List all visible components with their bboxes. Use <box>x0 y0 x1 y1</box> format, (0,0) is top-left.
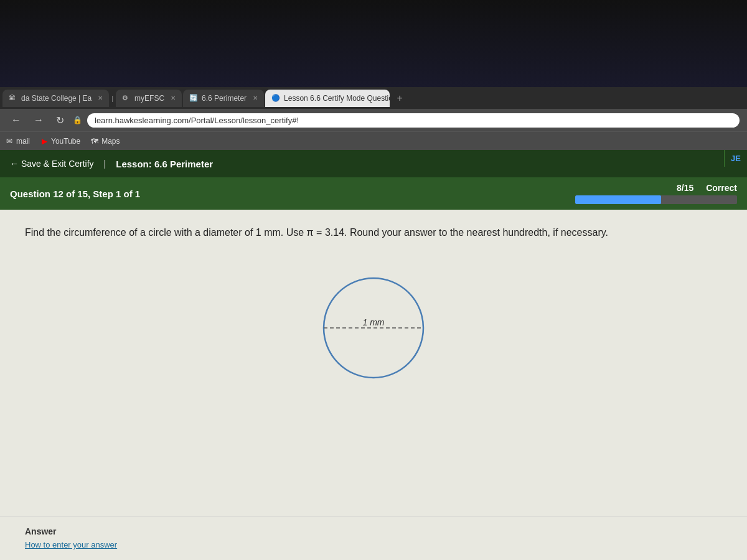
lock-icon: 🔒 <box>73 116 82 124</box>
browser-chrome: 🏛 da State College | Ea ✕ | ⚙ myEFSC ✕ 🔄… <box>0 87 747 560</box>
tab-myefsc-close[interactable]: ✕ <box>171 95 176 101</box>
circle-diagram: 1 mm <box>311 266 436 390</box>
save-exit-button[interactable]: ← Save & Exit Certify <box>10 159 94 169</box>
add-tab-button[interactable]: + <box>391 90 408 107</box>
answer-label: Answer <box>25 526 722 536</box>
tab-myefsc-label: myEFSC <box>134 94 164 103</box>
top-background <box>0 0 747 100</box>
tab-perimeter-close[interactable]: ✕ <box>253 95 258 101</box>
youtube-icon: ▶ <box>40 137 49 146</box>
question-info: Question 12 of 15, Step 1 of 1 <box>10 189 538 199</box>
score-text: 8/15 <box>677 183 693 193</box>
score-line: 8/15 Correct <box>677 183 737 193</box>
bookmark-youtube-label: YouTube <box>51 137 80 146</box>
address-bar: ← → ↻ 🔒 <box>0 109 747 131</box>
correct-text: Correct <box>706 183 737 193</box>
bookmark-maps[interactable]: 🗺 Maps <box>90 137 120 146</box>
lesson-title: Lesson: 6.6 Perimeter <box>116 159 213 169</box>
tab-fsc-label: da State College | Ea <box>21 94 92 103</box>
tab-lesson-label: Lesson 6.6 Certify Mode Questio <box>284 94 390 103</box>
back-button[interactable]: ← <box>7 113 25 127</box>
answer-section: Answer How to enter your answer <box>0 516 747 560</box>
progress-bar-fill <box>575 195 661 204</box>
tab-lesson-favicon: 🔵 <box>271 94 280 103</box>
how-to-link[interactable]: How to enter your answer <box>25 540 117 549</box>
progress-bar <box>575 195 737 204</box>
tab-perimeter-label: 6.6 Perimeter <box>202 94 247 103</box>
tab-fsc-close[interactable]: ✕ <box>98 95 103 101</box>
tab-bar: 🏛 da State College | Ea ✕ | ⚙ myEFSC ✕ 🔄… <box>0 87 747 109</box>
maps-icon: 🗺 <box>90 137 99 146</box>
tab-fsc-favicon: 🏛 <box>9 94 17 103</box>
question-text: Find the circumference of a circle with … <box>25 225 722 241</box>
refresh-button[interactable]: ↻ <box>52 113 68 128</box>
circle-svg: 1 mm <box>311 266 436 390</box>
bookmark-mail-label: mail <box>16 137 30 146</box>
bookmark-youtube[interactable]: ▶ YouTube <box>40 137 80 146</box>
forward-button[interactable]: → <box>30 113 47 127</box>
tab-myefsc[interactable]: ⚙ myEFSC ✕ <box>116 90 182 107</box>
question-area: Find the circumference of a circle with … <box>0 210 747 516</box>
diagram-container: 1 mm <box>25 253 722 403</box>
tab-perimeter[interactable]: 🔄 6.6 Perimeter ✕ <box>183 90 264 107</box>
address-input[interactable] <box>87 113 740 128</box>
mail-icon: ✉ <box>5 137 14 146</box>
header-divider: | <box>104 159 106 169</box>
bookmarks-bar: ✉ mail ▶ YouTube 🗺 Maps <box>0 131 747 150</box>
ie-badge: JE <box>724 150 747 167</box>
tab-separator-1: | <box>110 95 115 102</box>
tab-myefsc-favicon: ⚙ <box>122 94 131 103</box>
page-content: ← Save & Exit Certify | Lesson: 6.6 Peri… <box>0 150 747 560</box>
tab-fsc[interactable]: 🏛 da State College | Ea ✕ <box>2 90 109 107</box>
tab-lesson[interactable]: 🔵 Lesson 6.6 Certify Mode Questio ✕ <box>265 90 390 107</box>
progress-right: 8/15 Correct <box>538 183 737 204</box>
progress-section: Question 12 of 15, Step 1 of 1 8/15 Corr… <box>0 177 747 210</box>
svg-text:1 mm: 1 mm <box>363 317 385 327</box>
lesson-header: ← Save & Exit Certify | Lesson: 6.6 Peri… <box>0 150 747 177</box>
tab-perimeter-favicon: 🔄 <box>189 94 198 103</box>
bookmark-mail[interactable]: ✉ mail <box>5 137 30 146</box>
bookmark-maps-label: Maps <box>101 137 120 146</box>
lesson-header-left: ← Save & Exit Certify | Lesson: 6.6 Peri… <box>10 159 213 169</box>
